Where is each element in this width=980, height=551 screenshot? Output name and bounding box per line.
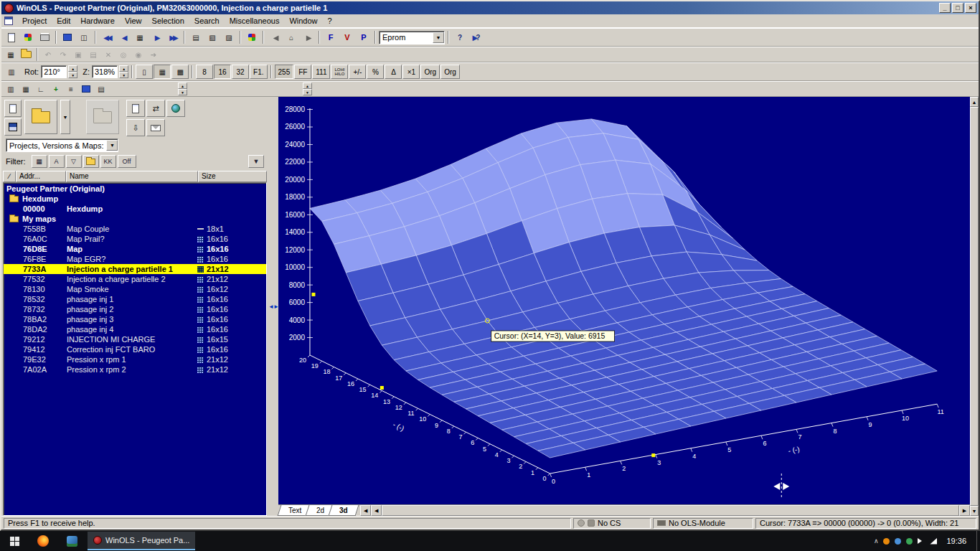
- apply-button[interactable]: ⌂: [283, 30, 299, 44]
- nav-last-button[interactable]: ▶▶: [165, 30, 181, 44]
- menu-search[interactable]: Search: [189, 15, 225, 27]
- tray-sync-icon[interactable]: [906, 538, 913, 545]
- eprom-combo[interactable]: Eprom ▼: [379, 31, 445, 44]
- zoom-up-icon[interactable]: ▲: [119, 65, 128, 72]
- taskbar-winols-button[interactable]: WinOLS - Peugeot Pa...: [88, 532, 195, 550]
- history-back-button[interactable]: ◀: [267, 30, 283, 44]
- show-precision-button[interactable]: P: [356, 30, 372, 44]
- difference-button[interactable]: Δ: [385, 65, 402, 79]
- tray-shield-icon[interactable]: [895, 538, 901, 545]
- view-text-button[interactable]: ▯: [136, 65, 153, 79]
- menu-selection[interactable]: Selection: [147, 15, 189, 27]
- panel-menu-button[interactable]: ▼: [248, 155, 264, 168]
- map-row[interactable]: 76F8EMap EGR?16x16: [4, 254, 266, 264]
- menu-miscellaneous[interactable]: Miscellaneous: [225, 15, 285, 27]
- child-window-icon[interactable]: [4, 17, 13, 25]
- tray-chevron-icon[interactable]: ∧: [874, 537, 879, 545]
- rotation-down-icon[interactable]: ▼: [68, 72, 77, 78]
- filter-alpha-button[interactable]: A: [49, 155, 65, 168]
- new-version-button[interactable]: [4, 100, 22, 117]
- taskbar-photos-button[interactable]: [57, 531, 86, 551]
- bits-float-button[interactable]: F1.: [250, 65, 267, 79]
- view-2d-button[interactable]: ▦: [154, 65, 171, 79]
- map-row[interactable]: 78532phasage inj 116x16: [4, 294, 266, 304]
- help-button[interactable]: ?: [452, 30, 468, 44]
- projects-combo-dropdown-icon[interactable]: ▼: [106, 140, 118, 151]
- map-view-button[interactable]: ▥: [4, 65, 19, 79]
- online-button[interactable]: [166, 100, 185, 117]
- email-button[interactable]: [146, 119, 165, 136]
- map-row[interactable]: 7558BMap Couple18x1: [4, 224, 266, 234]
- display-bin-button[interactable]: 111: [312, 65, 330, 79]
- tab-scroll-left-button[interactable]: ◀: [360, 505, 371, 516]
- history-forward-button[interactable]: ▶: [300, 30, 316, 44]
- zoom-selection-button[interactable]: ▧: [204, 30, 220, 44]
- factor-button[interactable]: ×1: [402, 65, 420, 79]
- filter-kk-button[interactable]: KK: [100, 155, 116, 168]
- export-file-button[interactable]: ⇩: [126, 119, 145, 136]
- show-factors-button[interactable]: F: [323, 30, 339, 44]
- header-name[interactable]: Name: [66, 171, 198, 182]
- display-hex-button[interactable]: FF: [294, 65, 311, 79]
- map-row[interactable]: 78BA2phasage inj 316x16: [4, 314, 266, 324]
- project-properties-button[interactable]: [20, 30, 36, 44]
- maximize-button[interactable]: □: [952, 3, 963, 13]
- add-map-button[interactable]: +: [49, 83, 63, 95]
- nav-prev-button[interactable]: ◀: [116, 30, 131, 44]
- hexdump-group-row[interactable]: Hexdump: [4, 194, 266, 204]
- map-3d-plot[interactable]: 0123456789101112131415161718192001234567…: [278, 97, 970, 504]
- menu-edit[interactable]: Edit: [52, 15, 75, 27]
- volume-icon[interactable]: [918, 538, 925, 544]
- menu-window[interactable]: Window: [284, 15, 322, 27]
- import-project-button[interactable]: [86, 100, 119, 134]
- map-row[interactable]: 77532Injection a charge partielle 221x12: [4, 274, 266, 284]
- filter-funnel-button[interactable]: ▽: [66, 155, 82, 168]
- tray-browser-icon[interactable]: [883, 538, 890, 545]
- redo-button[interactable]: ↷: [56, 48, 70, 61]
- rotation-up-icon[interactable]: ▲: [68, 65, 77, 72]
- filter-grid-button[interactable]: ▦: [32, 155, 47, 168]
- map-row[interactable]: 78732phasage inj 216x16: [4, 304, 266, 314]
- minimize-button[interactable]: _: [939, 3, 951, 13]
- vscrollbar-thumb[interactable]: [970, 107, 979, 506]
- bits-8-button[interactable]: 8: [196, 65, 213, 79]
- paste-button[interactable]: ▤: [86, 48, 100, 61]
- nav-first-button[interactable]: ◀◀: [99, 30, 115, 44]
- sort-icon[interactable]: ∕: [3, 171, 16, 182]
- bits-32-button[interactable]: 32: [232, 65, 249, 79]
- info-button[interactable]: ▤: [94, 83, 108, 95]
- scroll-right-icon[interactable]: ▶: [959, 505, 970, 516]
- menu-project[interactable]: Project: [17, 15, 52, 27]
- hscrollbar-thumb[interactable]: [382, 505, 959, 516]
- filter-folder-button[interactable]: [83, 155, 99, 168]
- display-dec-button[interactable]: 255: [275, 65, 294, 79]
- scroll-down-icon[interactable]: ▼: [970, 506, 979, 516]
- map-row[interactable]: 7733AInjection a charge partielle 121x12: [4, 264, 266, 274]
- map-row[interactable]: 76D8EMap16x16: [4, 244, 266, 254]
- zoom-mode-button[interactable]: ▨: [221, 30, 237, 44]
- find-button[interactable]: ◎: [116, 48, 131, 61]
- panel-splitter[interactable]: ◄►: [268, 97, 278, 516]
- scroll-left-icon[interactable]: ◀: [371, 505, 382, 516]
- axes-button[interactable]: ∟: [34, 83, 48, 95]
- replace-button[interactable]: ◉: [131, 48, 146, 61]
- header-size[interactable]: Size: [198, 171, 267, 182]
- save-button[interactable]: [4, 118, 22, 136]
- checksum-button[interactable]: ▦: [4, 48, 18, 61]
- clock[interactable]: 19:36: [942, 537, 971, 545]
- selection-grid-button[interactable]: ▦: [19, 83, 33, 95]
- map-row[interactable]: 76A0CMap Prail?16x16: [4, 234, 266, 244]
- import-file-button[interactable]: [126, 100, 145, 117]
- nav-next-button[interactable]: ▶: [149, 30, 164, 44]
- hexdump-table-button[interactable]: ▦: [132, 30, 148, 44]
- eprom-dropdown-icon[interactable]: ▼: [433, 32, 444, 43]
- pane1-up-icon[interactable]: ▲: [178, 83, 187, 89]
- map-window-button[interactable]: ▥: [4, 83, 18, 95]
- goto-button[interactable]: ➔: [146, 48, 161, 61]
- pane2-up-icon[interactable]: ▲: [303, 83, 312, 89]
- menu-help[interactable]: ?: [323, 15, 337, 27]
- view-3d-button[interactable]: ▩: [171, 65, 189, 79]
- map-row[interactable]: 79212INJECTION MI CHARGE16x15: [4, 334, 266, 344]
- show-values-button[interactable]: V: [339, 30, 355, 44]
- header-addr[interactable]: Addr...: [16, 171, 66, 182]
